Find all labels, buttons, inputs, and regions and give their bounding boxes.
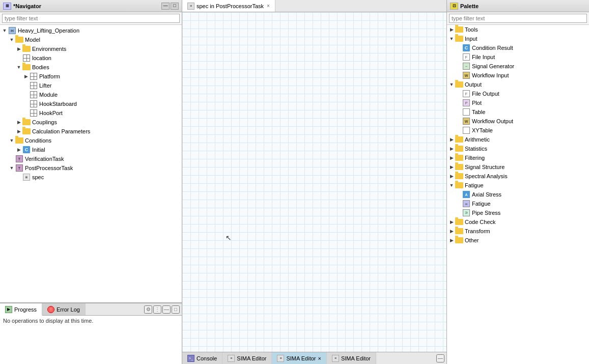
palette-item-code-check[interactable]: Code Check <box>447 217 589 227</box>
tree-item-post-processor[interactable]: T PostProcessorTask <box>0 163 182 173</box>
palette-item-fatigue[interactable]: Fatigue <box>447 181 589 190</box>
tree-label-model: Model <box>25 37 40 43</box>
palette-icon-other <box>455 236 463 244</box>
palette-arrow-filtering[interactable] <box>448 154 455 161</box>
tree-item-heavy-lifting[interactable]: H Heavy_Lifting_Operation <box>0 26 182 35</box>
bottom-tab-console[interactable]: >_ Console <box>182 352 222 364</box>
palette-item-xytable[interactable]: XYTable <box>447 126 589 135</box>
bottom-tab-sima2-label: SIMA Editor <box>286 355 316 361</box>
palette-item-signal-structure[interactable]: Signal Structure <box>447 162 589 172</box>
editor-tab-spec[interactable]: ≡ spec in PostProcessorTask × <box>182 0 275 12</box>
tree-item-initial[interactable]: C Initial <box>0 145 182 154</box>
progress-maximize-btn[interactable]: □ <box>172 305 180 314</box>
tree-item-calculation-parameters[interactable]: Calculation Parameters <box>0 127 182 136</box>
tree-arrow-environments[interactable] <box>15 45 22 52</box>
palette-item-spectral-analysis[interactable]: Spectral Analysis <box>447 172 589 181</box>
editor-tab-close[interactable]: × <box>267 3 270 9</box>
bottom-tab-sima1[interactable]: ≡ SIMA Editor <box>222 352 272 364</box>
tree-arrow-couplings[interactable] <box>15 119 22 126</box>
palette-filter-input[interactable] <box>449 14 587 23</box>
palette-arrow-fatigue[interactable] <box>448 182 455 189</box>
tree-arrow-conditions[interactable] <box>8 137 15 144</box>
palette-label-file-output: File Output <box>472 91 499 97</box>
palette-icon-input <box>455 35 463 43</box>
palette-arrow-signal-structure[interactable] <box>448 163 455 171</box>
tree-item-conditions[interactable]: Conditions <box>0 136 182 145</box>
tree-icon-environments <box>22 45 31 53</box>
palette-icon-pipe-stress: ⊃ <box>462 209 470 217</box>
tree-item-verification-task[interactable]: T VerificationTask <box>0 154 182 163</box>
palette-label-signal-structure: Signal Structure <box>465 164 504 170</box>
navigator-maximize-btn[interactable]: □ <box>171 3 179 10</box>
palette-item-workflow-input[interactable]: W Workflow Input <box>447 71 589 80</box>
tree-item-platform[interactable]: Platform <box>0 72 182 81</box>
navigator-minimize-btn[interactable]: — <box>161 3 170 10</box>
palette-item-pipe-stress[interactable]: ⊃ Pipe Stress <box>447 208 589 217</box>
tree-item-spec[interactable]: ≡ spec <box>0 173 182 182</box>
tree-arrow-calc-params[interactable] <box>15 128 22 135</box>
palette-arrow-spectral-analysis[interactable] <box>448 173 455 180</box>
tree-arrow-heavy-lifting[interactable] <box>1 27 8 34</box>
palette-item-plot[interactable]: P Plot <box>447 98 589 107</box>
palette-item-workflow-output[interactable]: W Workflow Output <box>447 117 589 126</box>
palette-item-tools[interactable]: Tools <box>447 25 589 34</box>
progress-menu-btn[interactable]: ⋮ <box>153 305 161 314</box>
tree-item-module[interactable]: Module <box>0 90 182 99</box>
navigator-icon: ⊞ <box>3 3 11 10</box>
palette-item-statistics[interactable]: Statistics <box>447 144 589 153</box>
palette-arrow-arithmetic[interactable] <box>448 136 455 143</box>
bottom-tab-sima2-close[interactable]: × <box>318 355 321 361</box>
tab-progress[interactable]: ▶ Progress <box>0 303 42 316</box>
navigator-filter-input[interactable] <box>2 14 180 23</box>
palette-arrow-code-check[interactable] <box>448 218 455 226</box>
palette-arrow-other[interactable] <box>448 237 455 244</box>
palette-item-output[interactable]: Output <box>447 80 589 89</box>
palette-item-axial-stress[interactable]: A Axial Stress <box>447 190 589 199</box>
tree-icon-bodies <box>22 63 31 71</box>
tree-arrow-bodies[interactable] <box>15 64 22 71</box>
progress-settings-btn[interactable]: ⚙ <box>144 305 152 314</box>
bottom-editor-tabs: >_ Console ≡ SIMA Editor ≡ SIMA Editor ×… <box>182 352 446 364</box>
sima3-icon: ≡ <box>332 355 339 362</box>
tree-item-environments[interactable]: Environments <box>0 44 182 53</box>
palette-item-file-input[interactable]: F File Input <box>447 52 589 62</box>
palette-arrow-statistics[interactable] <box>448 145 455 152</box>
editor-grid[interactable]: ↖ <box>182 12 446 352</box>
editor-tab-bar: ≡ spec in PostProcessorTask × <box>182 0 446 12</box>
tree-item-bodies[interactable]: Bodies <box>0 63 182 72</box>
tree-item-model[interactable]: Model <box>0 35 182 44</box>
tree-item-location[interactable]: location <box>0 53 182 63</box>
tree-arrow-initial[interactable] <box>15 146 22 153</box>
palette-icon-signal-structure <box>455 163 463 171</box>
palette-arrow-output[interactable] <box>448 81 455 88</box>
tree-item-hookstarboard[interactable]: HookStarboard <box>0 99 182 108</box>
palette-item-file-output[interactable]: F File Output <box>447 89 589 98</box>
progress-minimize-btn[interactable]: — <box>162 305 171 314</box>
palette-label-plot: Plot <box>472 100 482 106</box>
palette-icon-output <box>455 80 463 89</box>
tree-arrow-model[interactable] <box>8 36 15 43</box>
palette-item-condition-result[interactable]: C Condition Result <box>447 43 589 52</box>
palette-item-input[interactable]: Input <box>447 34 589 43</box>
bottom-tab-sima3[interactable]: ≡ SIMA Editor <box>327 352 376 364</box>
palette-item-signal-generator[interactable]: ~ Signal Generator <box>447 62 589 71</box>
palette-item-table[interactable]: Table <box>447 107 589 117</box>
palette-item-arithmetic[interactable]: Arithmetic <box>447 135 589 144</box>
palette-arrow-transform[interactable] <box>448 228 455 235</box>
tree-item-hookport[interactable]: HookPort <box>0 108 182 118</box>
tree-item-couplings[interactable]: Couplings <box>0 118 182 127</box>
tree-item-lifter[interactable]: Lifter <box>0 81 182 90</box>
tree-label-calc-params: Calculation Parameters <box>32 128 90 134</box>
palette-item-transform[interactable]: Transform <box>447 227 589 236</box>
palette-item-filtering[interactable]: Filtering <box>447 153 589 162</box>
palette-arrow-tools[interactable] <box>448 26 455 33</box>
bottom-minimize-btn[interactable]: — <box>436 354 444 362</box>
bottom-tab-sima2[interactable]: ≡ SIMA Editor × <box>272 352 327 364</box>
palette-label-spectral-analysis: Spectral Analysis <box>465 173 508 179</box>
tree-arrow-platform[interactable] <box>22 73 30 80</box>
palette-item-fatigue-item[interactable]: ∞ Fatigue <box>447 199 589 208</box>
palette-item-other[interactable]: Other <box>447 236 589 245</box>
tree-arrow-post-processor[interactable] <box>8 164 15 172</box>
tab-error-log[interactable]: ! Error Log <box>42 303 86 315</box>
palette-arrow-input[interactable] <box>448 35 455 42</box>
